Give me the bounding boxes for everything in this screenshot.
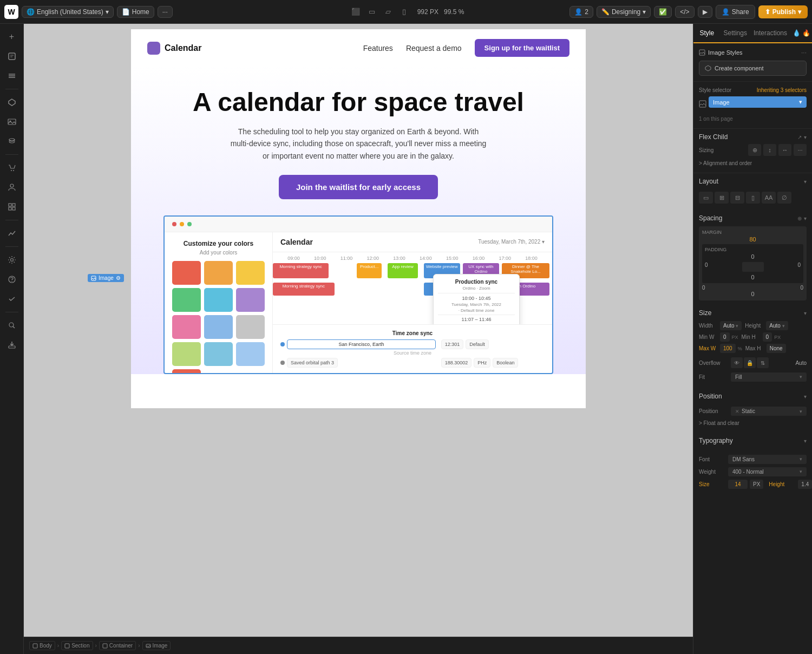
overflow-hidden-btn[interactable]: 🔒 <box>744 357 756 368</box>
desktop-device-button[interactable]: ⬛ <box>348 5 363 19</box>
cal-title: Calendar <box>280 238 313 246</box>
sizing-btn-grow[interactable]: ↕ <box>763 144 776 156</box>
overflow-visible-btn[interactable]: 👁 <box>731 357 743 368</box>
image-styles-more[interactable]: ··· <box>801 49 807 56</box>
create-component-button[interactable]: Create component <box>699 61 807 76</box>
tablet-device-button[interactable]: ▭ <box>364 5 379 19</box>
swatch-periwinkle <box>236 342 265 366</box>
spacing-header[interactable]: Spacing ⊕ ▾ <box>693 210 812 226</box>
spacing-more-icon[interactable]: ⊕ <box>797 215 802 221</box>
typography-header[interactable]: Typography ▾ <box>693 433 812 449</box>
overflow-scroll-btn[interactable]: ⇅ <box>757 357 769 368</box>
display-inline[interactable]: ▯ <box>746 192 760 204</box>
sidebar-icon-settings[interactable] <box>3 251 21 269</box>
svg-rect-14 <box>12 204 15 206</box>
sidebar-icon-add[interactable]: + <box>3 28 21 45</box>
preview-button[interactable]: ▶ <box>698 6 712 18</box>
sidebar-icon-grid[interactable] <box>3 198 21 215</box>
component-icon <box>705 65 711 71</box>
width-value[interactable]: Auto ▾ <box>720 321 742 330</box>
nav-link-features[interactable]: Features <box>363 44 393 53</box>
display-flex[interactable]: ⊞ <box>715 192 729 204</box>
breadcrumb-container[interactable]: Container <box>99 641 136 650</box>
sidebar-icon-users[interactable] <box>3 179 21 196</box>
page-selector[interactable]: 📄 Home <box>117 6 154 18</box>
status-check[interactable]: ✅ <box>654 6 672 18</box>
sizing-btn-shrink[interactable]: ⊕ <box>748 144 761 156</box>
svg-marker-6 <box>9 99 15 106</box>
max-w-value[interactable]: 100 <box>720 344 736 353</box>
swatch-lightblue <box>204 315 233 339</box>
breadcrumb-body[interactable]: Body <box>29 641 55 650</box>
zoom-display: 99.5 % <box>444 8 464 16</box>
sidebar-icon-help[interactable] <box>3 271 21 288</box>
typo-height-value[interactable]: 1.4 <box>798 480 812 489</box>
tz-input[interactable]: San Francisco, Earth <box>287 339 436 349</box>
display-none[interactable]: ∅ <box>777 192 791 204</box>
breadcrumb-section[interactable]: Section <box>61 641 93 650</box>
top-bar-right: 👤 2 ✏️ Designing ▾ ✅ </> ▶ 👤 Share ⬆ Pub… <box>569 5 808 19</box>
display-inline-block[interactable]: AA <box>762 192 776 204</box>
min-h-value[interactable]: 0 <box>763 332 772 342</box>
sidebar-icon-database[interactable] <box>3 133 21 150</box>
sizing-btn-fill[interactable]: ↔ <box>778 144 791 156</box>
breadcrumb-image[interactable]: Image <box>142 641 171 650</box>
sidebar-icon-components[interactable] <box>3 94 21 111</box>
typo-size-label: Size <box>699 481 726 487</box>
sizing-btn-more[interactable]: ··· <box>794 144 807 156</box>
sidebar-icon-pages[interactable] <box>3 48 21 65</box>
mobile-landscape-button[interactable]: ▱ <box>381 5 396 19</box>
nav-link-demo[interactable]: Request a demo <box>406 44 462 53</box>
layout-section: Layout ▾ ▭ ⊞ ⊟ ▯ AA ∅ <box>693 173 812 210</box>
webflow-canvas[interactable]: Image ⚙ Calendar Features Request a demo… <box>24 24 693 654</box>
display-block[interactable]: ▭ <box>699 192 713 204</box>
share-button[interactable]: 👤 Share <box>716 5 755 19</box>
nav-cta-button[interactable]: Sign up for the waitlist <box>475 39 569 57</box>
sidebar-icon-ecommerce[interactable] <box>3 159 21 176</box>
display-section: ▭ ⊞ ⊟ ▯ AA ∅ <box>693 189 812 210</box>
hero-cta-button[interactable]: Join the waitlist for early access <box>279 175 438 199</box>
sidebar-icon-analytics[interactable] <box>3 225 21 242</box>
sidebar-icon-check[interactable] <box>3 290 21 308</box>
breadcrumb-sep-2: › <box>95 643 97 649</box>
typo-size-value[interactable]: 14 <box>728 480 748 489</box>
tab-settings[interactable]: Settings <box>721 24 750 43</box>
sidebar-icon-menu[interactable] <box>3 67 21 84</box>
weight-value[interactable]: 400 - Normal ▾ <box>728 467 807 476</box>
float-clear[interactable]: > Float and clear <box>699 418 807 428</box>
height-label: Height <box>745 323 764 329</box>
tz-path: Saved orbital path 3 <box>287 358 338 368</box>
expand-icon[interactable]: ↗ <box>797 134 802 140</box>
mobile-portrait-button[interactable]: ▯ <box>397 5 412 19</box>
alignment-order[interactable]: > Alignment and order <box>699 158 807 168</box>
publish-button[interactable]: ⬆ Publish ▾ <box>758 5 808 18</box>
height-value[interactable]: Auto ▾ <box>766 321 788 330</box>
position-value[interactable]: ✕ Static ▾ <box>731 407 807 416</box>
language-selector[interactable]: 🌐 English (United States) ▾ <box>22 6 114 18</box>
globe-icon: 🌐 <box>27 8 35 16</box>
code-view-button[interactable]: </> <box>675 6 694 18</box>
tab-interactions[interactable]: Interactions <box>750 24 790 43</box>
sidebar-icon-assets[interactable] <box>3 336 21 354</box>
tab-style[interactable]: Style <box>693 24 721 43</box>
fit-value[interactable]: Fill ▾ <box>731 372 807 382</box>
selector-dropdown[interactable]: Image ▾ <box>709 96 807 108</box>
position-header[interactable]: Position ▾ <box>693 388 812 404</box>
webflow-logo[interactable]: W <box>4 5 18 19</box>
dot-red <box>172 222 176 226</box>
typo-size-unit[interactable]: PX <box>750 480 763 489</box>
display-grid[interactable]: ⊟ <box>730 192 744 204</box>
sidebar-icon-images[interactable] <box>3 113 21 130</box>
typography-chevron: ▾ <box>804 438 807 444</box>
tz-row-2: Saved orbital path 3 188.30002 PHz Boole… <box>280 358 545 368</box>
collapse-icon[interactable]: ▾ <box>804 134 807 140</box>
more-options-button[interactable]: ··· <box>158 6 173 18</box>
sidebar-icon-search[interactable] <box>3 317 21 334</box>
min-w-value[interactable]: 0 <box>720 332 730 342</box>
max-h-label: Max H <box>745 345 764 351</box>
font-value[interactable]: DM Sans ▾ <box>728 455 807 464</box>
max-h-value[interactable]: None <box>767 344 786 353</box>
designing-mode-button[interactable]: ✏️ Designing ▾ <box>597 6 651 18</box>
size-header[interactable]: Size ▾ <box>693 305 812 321</box>
layout-header[interactable]: Layout ▾ <box>693 173 812 189</box>
